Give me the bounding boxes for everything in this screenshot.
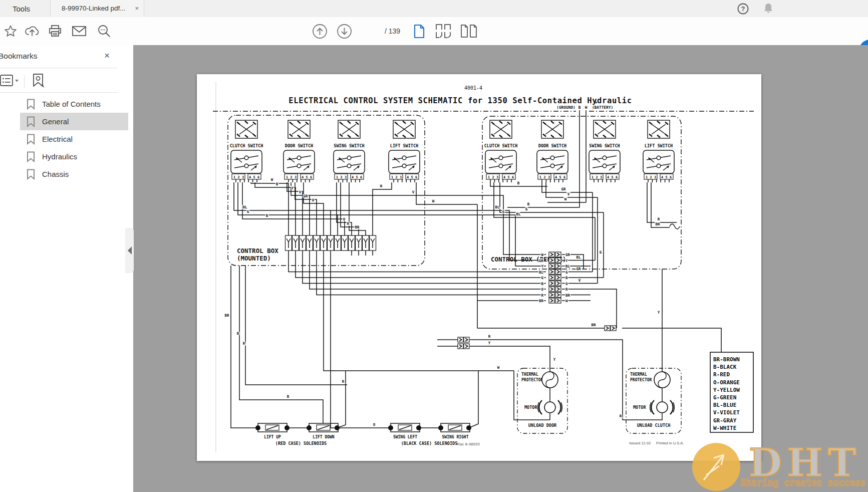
svg-text:BL: BL [539,270,544,275]
svg-text:B: B [527,202,530,206]
svg-text:MOTOR: MOTOR [524,405,537,410]
svg-text:1: 1 [286,175,288,179]
svg-text:W: W [541,253,543,257]
svg-text:V: V [299,190,302,194]
thumbnail-grid-view-icon[interactable] [434,17,453,45]
svg-text:BR: BR [565,293,570,298]
bookmark-item-table-of-contents[interactable]: Table of Contents [20,95,128,113]
svg-text:SWING RIGHT: SWING RIGHT [442,435,469,439]
next-page-button[interactable] [336,17,352,45]
svg-text:(BATTERY): (BATTERY) [592,105,613,110]
chevron-left-icon [128,247,132,255]
svg-text:W-WHITE: W-WHITE [713,425,736,431]
svg-text:G: G [525,207,528,211]
bookmarks-panel-title: Bookmarks [0,52,38,61]
svg-text:B: B [541,282,543,286]
svg-text:R-RED: R-RED [713,371,730,378]
svg-text:6: 6 [257,175,259,179]
svg-text:5: 5 [253,175,255,179]
svg-text:O: O [565,282,568,286]
svg-text:G-GREEN: G-GREEN [713,394,736,401]
svg-text:LIFT UP: LIFT UP [264,435,281,439]
svg-text:Y: Y [292,186,294,190]
svg-text:THERMAL: THERMAL [521,372,538,377]
svg-text:2: 2 [492,175,494,179]
favorite-star-icon[interactable] [2,17,19,45]
svg-text:R: R [347,221,350,226]
svg-text:5: 5 [356,175,358,179]
bookmark-icon [27,116,35,127]
svg-text:6: 6 [670,175,672,179]
svg-text:B: B [578,105,581,110]
svg-text:1: 1 [336,175,338,179]
svg-text:GR-GRAY: GR-GRAY [713,417,737,424]
svg-text:R: R [488,334,491,339]
svg-text:CONTROL BOX: CONTROL BOX [237,247,278,255]
two-page-view-icon[interactable] [459,17,479,45]
svg-text:−: − [562,100,565,105]
bookmark-item-electrical[interactable]: Electrical [20,130,128,148]
svg-text:B: B [517,181,520,185]
svg-text:O: O [373,422,376,427]
notification-bell-icon[interactable] [763,3,774,17]
svg-text:O: O [312,198,315,202]
svg-text:BL: BL [565,264,570,269]
svg-text:5: 5 [559,175,561,179]
svg-text:Y: Y [658,310,660,315]
svg-text:1: 1 [539,175,541,179]
close-tab-icon[interactable]: × [135,5,139,12]
search-zoom-icon[interactable] [94,17,114,45]
svg-text:B: B [287,394,290,399]
svg-text:BR: BR [591,323,596,327]
help-icon[interactable]: ? [737,3,749,17]
close-panel-icon[interactable]: × [104,50,110,61]
svg-text:4: 4 [302,175,304,179]
bookmark-item-chassis[interactable]: Chassis [20,165,128,183]
collapse-sidebar-handle[interactable] [125,228,134,273]
find-bookmark-icon[interactable] [31,73,46,90]
svg-text:Y: Y [553,357,556,362]
document-viewer[interactable]: 4001-4ELECTRICAL CONTROL SYSTEM SCHEMATI… [133,45,868,492]
svg-text:6: 6 [616,175,618,179]
svg-text:CLUTCH SWITCH: CLUTCH SWITCH [230,143,263,148]
svg-text:1: 1 [233,175,235,179]
single-page-view-icon[interactable] [411,17,428,45]
bookmark-options-icon[interactable] [0,74,19,89]
bookmark-icon [27,134,35,145]
svg-text:GR: GR [539,259,544,263]
svg-text:R: R [342,379,345,384]
svg-text:?: ? [741,5,745,13]
svg-text:2: 2 [596,175,598,179]
cloud-upload-icon[interactable] [22,17,42,45]
svg-text:3: 3 [548,175,550,179]
svg-text:2: 2 [543,175,545,179]
svg-text:PROTECTOR: PROTECTOR [521,378,543,382]
svg-text:R: R [541,293,543,298]
svg-text:Y-YELLOW: Y-YELLOW [713,387,740,393]
svg-text:6: 6 [563,175,565,179]
svg-text:Y: Y [565,259,568,263]
print-icon[interactable] [45,17,65,45]
svg-text:LIFT SWITCH: LIFT SWITCH [645,143,673,148]
svg-text:3: 3 [400,175,402,179]
svg-text:PROTECTOR: PROTECTOR [630,378,652,382]
svg-text:GR: GR [576,267,581,271]
bookmark-item-hydraulics[interactable]: Hydraulics [20,148,128,165]
previous-page-button[interactable] [312,17,328,45]
svg-text:Y: Y [488,341,491,345]
tab-bar: Tools 8-99970-Linked pdf... × ? [0,0,868,18]
svg-text:3: 3 [295,175,297,179]
svg-text:(MOUNTED): (MOUNTED) [237,255,271,262]
tab-tools[interactable]: Tools [0,0,48,17]
bookmark-item-general[interactable]: General [20,113,128,130]
svg-text:5: 5 [411,175,413,179]
svg-text:2: 2 [340,175,342,179]
tab-document[interactable]: 8-99970-Linked pdf... × [50,0,144,17]
svg-text:5: 5 [611,175,613,179]
email-icon[interactable] [69,17,89,45]
svg-text:SWING SWITCH: SWING SWITCH [589,143,620,148]
svg-text:3: 3 [242,175,244,179]
svg-text:6: 6 [512,175,514,179]
bookmark-icon [27,169,35,180]
svg-text:B: B [266,213,268,218]
